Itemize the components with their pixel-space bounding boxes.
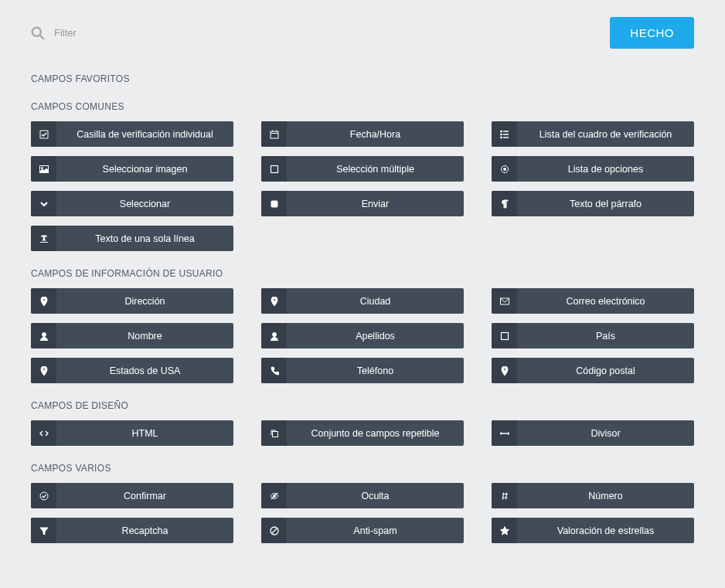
field-label: Seleccionar imagen	[56, 156, 233, 182]
field-tile[interactable]: Conjunto de campos repetible	[261, 420, 464, 446]
field-tile[interactable]: Confirmar	[31, 483, 233, 508]
list-check-icon	[492, 121, 517, 147]
pin-icon	[261, 288, 287, 314]
section-title-common: CAMPOS COMUNES	[31, 101, 694, 112]
calendar-icon	[261, 121, 287, 147]
field-label: Oculta	[287, 483, 464, 508]
svg-line-28	[40, 35, 44, 39]
square-outline-icon	[492, 323, 517, 348]
field-tile[interactable]: Valoración de estrellas	[492, 518, 694, 543]
circle-check-icon	[31, 483, 56, 508]
field-tile[interactable]: Selección múltiple	[261, 156, 464, 182]
filter-input[interactable]	[54, 27, 209, 39]
field-tile[interactable]: Oculta	[261, 483, 464, 508]
field-tile[interactable]: Recaptcha	[31, 518, 233, 543]
top-bar: HECHO	[31, 17, 694, 49]
field-label: Enviar	[287, 191, 464, 216]
filter-icon	[31, 518, 56, 543]
field-label: Casilla de verificación individual	[56, 121, 233, 147]
square-outline-icon	[261, 156, 287, 182]
field-label: Divisor	[517, 420, 694, 446]
paragraph-icon	[492, 191, 517, 216]
phone-icon	[261, 358, 287, 383]
field-label: Texto de una sola línea	[56, 226, 233, 251]
field-label: Apellidos	[287, 323, 464, 348]
field-tile[interactable]: Lista del cuadro de verificación	[492, 121, 694, 147]
pin-icon	[31, 288, 56, 314]
field-grid-common: Casilla de verificación individualFecha/…	[31, 121, 694, 251]
field-label: Estados de USA	[56, 358, 233, 383]
search-wrap	[31, 26, 209, 40]
pin-icon	[492, 358, 517, 383]
field-tile[interactable]: Teléfono	[261, 358, 464, 383]
field-tile[interactable]: Fecha/Hora	[261, 121, 464, 147]
field-label: Dirección	[56, 288, 233, 314]
field-label: Texto del párrafo	[517, 191, 694, 216]
copy-icon	[261, 420, 287, 446]
image-icon	[31, 156, 56, 182]
text-width-icon	[31, 226, 56, 251]
field-tile[interactable]: Dirección	[31, 288, 233, 314]
divider-icon	[492, 420, 517, 446]
field-tile[interactable]: Nombre	[31, 323, 233, 348]
section-title-misc: CAMPOS VARIOS	[31, 463, 694, 474]
done-button[interactable]: HECHO	[610, 17, 694, 49]
field-tile[interactable]: Casilla de verificación individual	[31, 121, 233, 147]
field-label: Seleccionar	[56, 191, 233, 216]
envelope-icon	[492, 288, 517, 314]
field-tile[interactable]: Seleccionar imagen	[31, 156, 233, 182]
field-grid-layout: HTMLConjunto de campos repetibleDivisor	[31, 420, 694, 446]
field-tile[interactable]: HTML	[31, 420, 233, 446]
field-label: Conjunto de campos repetible	[287, 420, 464, 446]
field-tile[interactable]: Texto del párrafo	[492, 191, 694, 216]
section-title-userinfo: CAMPOS DE INFORMACIÓN DE USUARIO	[31, 268, 694, 279]
field-tile[interactable]: Número	[492, 483, 694, 508]
field-label: Lista de opciones	[517, 156, 694, 182]
code-icon	[31, 420, 56, 446]
field-tile[interactable]: Divisor	[492, 420, 694, 446]
field-label: Código postal	[517, 358, 694, 383]
field-tile[interactable]: Anti-spam	[261, 518, 464, 543]
user-icon	[31, 323, 56, 348]
field-tile[interactable]: Enviar	[261, 191, 464, 216]
field-grid-userinfo: DirecciónCiudadCorreo electrónicoNombreA…	[31, 288, 694, 383]
search-icon	[31, 26, 45, 40]
field-tile[interactable]: Ciudad	[261, 288, 464, 314]
chevron-down-icon	[31, 191, 56, 216]
field-label: Ciudad	[287, 288, 464, 314]
field-tile[interactable]: Texto de una sola línea	[31, 226, 233, 251]
target-icon	[492, 156, 517, 182]
field-tile[interactable]: País	[492, 323, 694, 348]
field-tile[interactable]: Correo electrónico	[492, 288, 694, 314]
field-label: Teléfono	[287, 358, 464, 383]
field-grid-misc: ConfirmarOcultaNúmeroRecaptchaAnti-spamV…	[31, 483, 694, 543]
field-label: País	[517, 323, 694, 348]
pin-icon	[31, 358, 56, 383]
svg-point-27	[32, 27, 41, 36]
field-label: Confirmar	[56, 483, 233, 508]
ban-icon	[261, 518, 287, 543]
section-title-favorites: CAMPOS FAVORITOS	[31, 73, 694, 84]
field-tile[interactable]: Lista de opciones	[492, 156, 694, 182]
field-label: HTML	[56, 420, 233, 446]
field-label: Selección múltiple	[287, 156, 464, 182]
star-icon	[492, 518, 517, 543]
field-label: Nombre	[56, 323, 233, 348]
field-label: Valoración de estrellas	[517, 518, 694, 543]
field-tile[interactable]: Estados de USA	[31, 358, 233, 383]
checkbox-single-icon	[31, 121, 56, 147]
section-title-layout: CAMPOS DE DISEÑO	[31, 400, 694, 411]
field-label: Anti-spam	[287, 518, 464, 543]
user-icon	[261, 323, 287, 348]
field-label: Número	[517, 483, 694, 508]
field-label: Fecha/Hora	[287, 121, 464, 147]
square-filled-icon	[261, 191, 287, 216]
field-tile[interactable]: Código postal	[492, 358, 694, 383]
eye-slash-icon	[261, 483, 287, 508]
field-label: Lista del cuadro de verificación	[517, 121, 694, 147]
field-label: Correo electrónico	[517, 288, 694, 314]
field-tile[interactable]: Seleccionar	[31, 191, 233, 216]
field-tile[interactable]: Apellidos	[261, 323, 464, 348]
field-label: Recaptcha	[56, 518, 233, 543]
hash-icon	[492, 483, 517, 508]
